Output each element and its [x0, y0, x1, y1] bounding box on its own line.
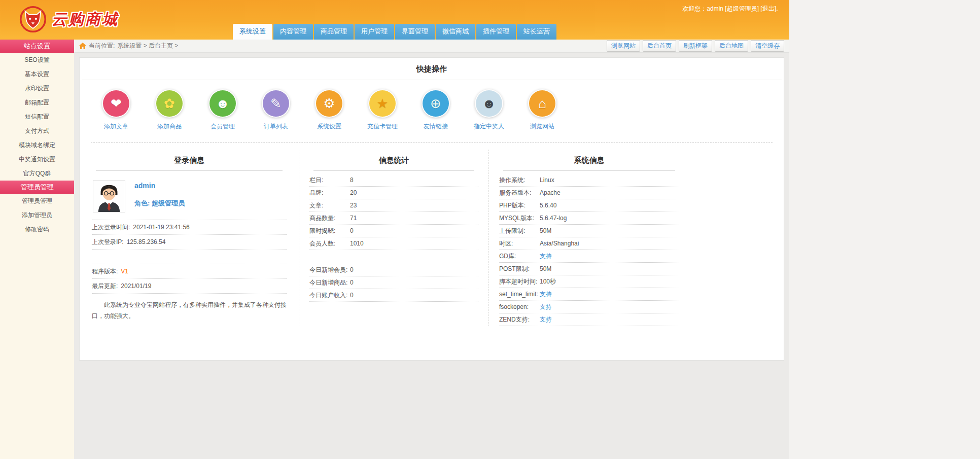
system-info-label: PHP版本:: [499, 201, 540, 210]
stat-row: 商品数量:71: [309, 212, 478, 225]
logout-link[interactable]: [退出]: [760, 5, 776, 12]
sidebar-section-admin-management[interactable]: 管理员管理: [0, 181, 74, 194]
system-info-row: ZEND支持:支持: [499, 313, 679, 326]
support-link[interactable]: 支持: [540, 303, 552, 311]
system-info-value: 100秒: [540, 277, 556, 286]
program-version-link[interactable]: V1: [121, 268, 128, 275]
info-columns: 登录信息: [80, 143, 784, 341]
system-info-label: 操作系统:: [499, 176, 540, 185]
member-management-icon: ☻: [209, 90, 236, 117]
system-info-label: 服务器版本:: [499, 189, 540, 197]
quick-action-label: 会员管理: [207, 122, 238, 131]
stat-row: 今日新增会员:0: [309, 264, 478, 276]
quick-action-label: 订单列表: [261, 122, 291, 131]
tab-plugin-management[interactable]: 插件管理: [476, 24, 516, 40]
page: 云购商城 欢迎您：admin [超级管理员] [退出]。 系统设置内容管理商品管…: [0, 0, 789, 459]
nav-tabs: 系统设置内容管理商品管理用户管理界面管理微信商城插件管理站长运营: [233, 24, 556, 40]
system-info-rows: 操作系统:Linux服务器版本:ApachePHP版本:5.6.40MYSQL版…: [499, 174, 679, 326]
stat-value: 23: [350, 202, 357, 209]
system-info-row: 操作系统:Linux: [499, 174, 679, 187]
quick-action-assign-winner[interactable]: ☻指定中奖人: [474, 90, 504, 131]
stats-title: 信息统计: [313, 150, 474, 171]
quick-action-browse-website[interactable]: ⌂浏览网站: [527, 90, 557, 131]
support-link[interactable]: 支持: [540, 315, 552, 324]
system-info-row: fsockopen:支持: [499, 301, 679, 313]
sidebar-item-winning-notice-settings[interactable]: 中奖通知设置: [0, 152, 74, 166]
sidebar-item-add-admin[interactable]: 添加管理员: [0, 208, 74, 222]
quick-action-order-list[interactable]: ✎订单列表: [261, 90, 291, 131]
last-update-label: 最后更新:: [92, 282, 118, 291]
profile-role: 角色: 超级管理员: [134, 199, 185, 208]
system-info-section: 系统信息 操作系统:Linux服务器版本:ApachePHP版本:5.6.40M…: [488, 150, 710, 326]
breadcrumb-location-label: 当前位置:: [89, 42, 115, 50]
home-icon: [79, 43, 86, 49]
system-description: 此系统为专业夺宝网站程序，有多种实用插件，并集成了各种支付接口，功能强大。: [92, 300, 287, 322]
login-rows: 上次登录时间:2021-01-19 23:41:56上次登录IP:125.85.…: [92, 220, 287, 264]
quick-action-system-settings[interactable]: ⚙系统设置: [314, 90, 344, 131]
welcome-suffix: 。: [776, 5, 782, 12]
header: 云购商城 欢迎您：admin [超级管理员] [退出]。 系统设置内容管理商品管…: [0, 0, 789, 40]
system-info-row: MYSQL版本:5.6.47-log: [499, 212, 679, 225]
admin-map-button[interactable]: 后台地图: [715, 40, 748, 52]
tab-content-management[interactable]: 内容管理: [273, 24, 313, 40]
breadcrumb-path: 系统设置 > 后台主页 >: [117, 42, 178, 50]
tab-interface-management[interactable]: 界面管理: [395, 24, 435, 40]
sidebar-item-basic-settings[interactable]: 基本设置: [0, 67, 74, 81]
sidebar-item-official-qq-group[interactable]: 官方QQ群: [0, 166, 74, 181]
system-info-row: 脚本超时时间:100秒: [499, 275, 679, 288]
admin-home-button[interactable]: 后台首页: [643, 40, 676, 52]
quick-action-label: 添加商品: [154, 122, 185, 131]
welcome-bar: 欢迎您：admin [超级管理员] [退出]。: [682, 5, 782, 13]
system-info-value: Asia/Shanghai: [540, 240, 579, 247]
sidebar-item-payment-methods[interactable]: 支付方式: [0, 124, 74, 138]
dashboard-panel: 快捷操作 ❤添加文章✿添加商品☻会员管理✎订单列表⚙系统设置★充值卡管理⊕友情链…: [79, 57, 784, 361]
login-row-value: 2021-01-19 23:41:56: [133, 224, 189, 231]
welcome-prefix: 欢迎您：: [682, 5, 707, 12]
sidebar-item-module-domain-binding[interactable]: 模块域名绑定: [0, 138, 74, 152]
system-info-label: set_time_limit:: [499, 291, 540, 298]
sidebar-item-admin-list[interactable]: 管理员管理: [0, 194, 74, 208]
profile-username: admin: [134, 182, 185, 190]
stat-value: 0: [350, 227, 354, 234]
sidebar-item-change-password[interactable]: 修改密码: [0, 222, 74, 236]
program-version-label: 程序版本:: [92, 267, 118, 276]
program-version-row: 程序版本: V1: [92, 264, 287, 279]
browse-site-button[interactable]: 浏览网站: [607, 40, 640, 52]
support-link[interactable]: 支持: [540, 252, 552, 261]
quick-action-add-product[interactable]: ✿添加商品: [154, 90, 185, 131]
quick-action-recharge-card-management[interactable]: ★充值卡管理: [367, 90, 398, 131]
system-info-value: 5.6.40: [540, 202, 556, 209]
sidebar-item-seo-settings[interactable]: SEO设置: [0, 53, 74, 67]
stats-section: 信息统计 栏目:8品牌:20文章:23商品数量:71限时揭晓:0会员人数:101…: [299, 150, 488, 326]
quick-action-add-article[interactable]: ❤添加文章: [101, 90, 131, 131]
breadcrumb-bar: 当前位置: 系统设置 > 后台主页 > 浏览网站后台首页刷新框架后台地图清空缓存: [74, 40, 789, 53]
quick-action-member-management[interactable]: ☻会员管理: [207, 90, 238, 131]
system-settings-icon: ⚙: [316, 90, 342, 117]
stat-label: 今日新增商品:: [309, 278, 350, 287]
stat-label: 今日新增会员:: [309, 266, 350, 274]
tab-webmaster-operations[interactable]: 站长运营: [517, 24, 556, 40]
stat-row: 品牌:20: [309, 187, 478, 199]
profile-role-value: 超级管理员: [152, 199, 185, 207]
system-info-label: ZEND支持:: [499, 315, 540, 324]
clear-cache-button[interactable]: 清空缓存: [751, 40, 784, 52]
support-link[interactable]: 支持: [540, 290, 552, 299]
refresh-frame-button[interactable]: 刷新框架: [679, 40, 712, 52]
last-update-row: 最后更新: 2021/01/19: [92, 279, 287, 294]
tab-product-management[interactable]: 商品管理: [314, 24, 354, 40]
system-info-row: POST限制:50M: [499, 263, 679, 275]
tab-system-settings[interactable]: 系统设置: [233, 24, 272, 40]
quick-actions-title: 快捷操作: [82, 58, 782, 80]
tab-user-management[interactable]: 用户管理: [355, 24, 394, 40]
stat-label: 品牌:: [309, 189, 350, 197]
sidebar-item-watermark-settings[interactable]: 水印设置: [0, 81, 74, 95]
sidebar-nav: 站点设置SEO设置基本设置水印设置邮箱配置短信配置支付方式模块域名绑定中奖通知设…: [0, 40, 74, 459]
sidebar-item-email-config[interactable]: 邮箱配置: [0, 95, 74, 110]
sidebar-item-sms-config[interactable]: 短信配置: [0, 110, 74, 124]
quick-action-friendly-links[interactable]: ⊕友情链接: [421, 90, 451, 131]
sidebar-section-site-settings[interactable]: 站点设置: [0, 40, 74, 53]
login-info-section: 登录信息: [80, 150, 299, 326]
system-info-row: GD库:支持: [499, 250, 679, 263]
friendly-links-icon: ⊕: [423, 90, 449, 117]
tab-wechat-mall[interactable]: 微信商城: [436, 24, 475, 40]
